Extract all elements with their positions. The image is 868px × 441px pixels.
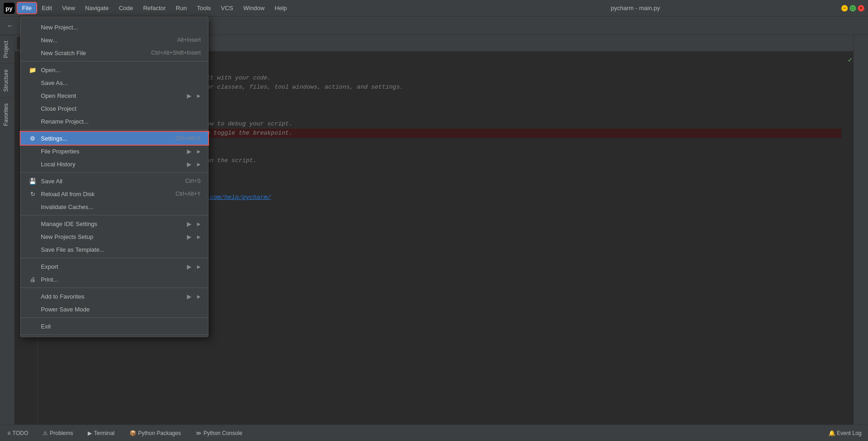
save-as-item[interactable]: Save As... bbox=[21, 76, 208, 89]
file-properties-label: File Properties bbox=[41, 148, 181, 155]
print-label: Print... bbox=[41, 276, 201, 283]
close-project-item[interactable]: Close Project bbox=[21, 102, 208, 115]
file-menu-section-5: Manage IDE Settings ▶ New Projects Setup… bbox=[21, 215, 208, 258]
window-controls: ─ □ × bbox=[841, 5, 864, 11]
favorites-tab[interactable]: Favorites bbox=[0, 97, 14, 131]
save-template-label: Save File as Template... bbox=[41, 246, 201, 253]
menu-window[interactable]: Window bbox=[239, 3, 269, 13]
exit-item[interactable]: Exit bbox=[21, 320, 208, 333]
file-properties-item[interactable]: File Properties ▶ bbox=[21, 145, 208, 158]
export-item[interactable]: Export ▶ bbox=[21, 260, 208, 273]
file-menu-section-7: Add to Favorites ▶ Power Save Mode bbox=[21, 288, 208, 318]
menu-refactor[interactable]: Refactor bbox=[139, 3, 170, 13]
menu-edit[interactable]: Edit bbox=[37, 3, 56, 13]
invalidate-caches-item[interactable]: Invalidate Caches... bbox=[21, 200, 208, 213]
maximize-button[interactable]: □ bbox=[850, 5, 856, 11]
new-item[interactable]: New... Alt+Insert bbox=[21, 34, 208, 46]
python-packages-label: Python Packages bbox=[138, 430, 181, 436]
right-vertical-tabs bbox=[853, 35, 868, 424]
new-projects-arrow: ▶ bbox=[187, 233, 192, 240]
file-props-arrow: ▶ bbox=[187, 148, 192, 155]
save-all-icon: 💾 bbox=[28, 178, 37, 185]
rename-project-item[interactable]: Rename Project... bbox=[21, 115, 208, 128]
settings-item[interactable]: ⚙ Settings... Ctrl+Alt+S bbox=[21, 132, 208, 145]
manage-ide-arrow: ▶ bbox=[187, 220, 192, 227]
menu-view[interactable]: View bbox=[57, 3, 79, 13]
reload-icon: ↻ bbox=[28, 191, 37, 198]
file-menu-section-4: 💾 Save All Ctrl+S ↻ Reload All from Disk… bbox=[21, 173, 208, 215]
new-scratch-label: New Scratch File bbox=[41, 50, 147, 57]
manage-ide-item[interactable]: Manage IDE Settings ▶ bbox=[21, 217, 208, 230]
save-template-item[interactable]: Save File as Template... bbox=[21, 243, 208, 256]
todo-label: TODO bbox=[12, 430, 28, 436]
save-all-label: Save All bbox=[41, 178, 181, 185]
open-recent-label: Open Recent bbox=[41, 92, 181, 99]
add-favorites-item[interactable]: Add to Favorites ▶ bbox=[21, 290, 208, 303]
back-button[interactable]: ← bbox=[4, 19, 17, 32]
problems-tab[interactable]: ⚠ Problems bbox=[39, 428, 77, 438]
menu-help[interactable]: Help bbox=[270, 3, 292, 13]
invalidate-label: Invalidate Caches... bbox=[41, 204, 201, 210]
editor-scrollbar[interactable]: ✓ bbox=[847, 51, 853, 424]
local-history-arrow: ▶ bbox=[187, 161, 192, 168]
open-item[interactable]: 📁 Open... bbox=[21, 63, 208, 76]
manage-ide-label: Manage IDE Settings bbox=[41, 220, 181, 227]
save-as-label: Save As... bbox=[41, 79, 201, 86]
file-menu-section-8: Exit bbox=[21, 318, 208, 335]
menu-code[interactable]: Code bbox=[114, 3, 138, 13]
terminal-icon: ▶ bbox=[88, 430, 92, 436]
add-favorites-label: Add to Favorites bbox=[41, 293, 181, 300]
event-log-item[interactable]: 🔔 Event Log bbox=[826, 429, 864, 437]
export-label: Export bbox=[41, 263, 181, 270]
svg-text:py: py bbox=[6, 5, 13, 12]
new-scratch-shortcut: Ctrl+Alt+Shift+Insert bbox=[151, 50, 201, 56]
new-project-item[interactable]: New Project... bbox=[21, 21, 208, 34]
event-log-icon: 🔔 bbox=[829, 430, 835, 436]
valid-indicator: ✓ bbox=[848, 55, 852, 64]
python-packages-tab[interactable]: 📦 Python Packages bbox=[126, 428, 185, 438]
python-console-tab[interactable]: ≫ Python Console bbox=[192, 428, 246, 438]
file-menu-section-3: ⚙ Settings... Ctrl+Alt+S File Properties… bbox=[21, 130, 208, 173]
structure-tab[interactable]: Structure bbox=[0, 63, 14, 97]
local-history-item[interactable]: Local History ▶ bbox=[21, 158, 208, 170]
open-label: Open... bbox=[41, 67, 201, 74]
close-button[interactable]: × bbox=[858, 5, 864, 11]
save-all-item[interactable]: 💾 Save All Ctrl+S bbox=[21, 175, 208, 187]
minimize-button[interactable]: ─ bbox=[841, 5, 848, 11]
print-item[interactable]: 🖨 Print... bbox=[21, 273, 208, 286]
menu-bar: File Edit View Navigate Code Refactor Ru… bbox=[17, 3, 429, 13]
new-shortcut: Alt+Insert bbox=[177, 37, 201, 43]
menu-tools[interactable]: Tools bbox=[192, 3, 215, 13]
terminal-tab[interactable]: ▶ Terminal bbox=[84, 428, 118, 438]
menu-run[interactable]: Run bbox=[171, 3, 192, 13]
python-console-label: Python Console bbox=[203, 430, 242, 436]
power-save-item[interactable]: Power Save Mode bbox=[21, 303, 208, 316]
problems-label: Problems bbox=[50, 430, 73, 436]
project-tab[interactable]: Project bbox=[0, 35, 14, 63]
problems-icon: ⚠ bbox=[43, 430, 48, 436]
python-packages-icon: 📦 bbox=[130, 430, 136, 436]
todo-tab[interactable]: ≡ TODO bbox=[4, 428, 32, 438]
rename-project-label: Rename Project... bbox=[41, 118, 201, 125]
todo-icon: ≡ bbox=[7, 430, 11, 436]
open-recent-item[interactable]: Open Recent ▶ bbox=[21, 89, 208, 102]
print-icon: 🖨 bbox=[28, 276, 37, 283]
new-projects-label: New Projects Setup bbox=[41, 233, 181, 240]
settings-label: Settings... bbox=[41, 135, 172, 142]
new-project-label: New Project... bbox=[41, 24, 201, 31]
menu-vcs[interactable]: VCS bbox=[216, 3, 238, 13]
python-console-icon: ≫ bbox=[196, 430, 202, 436]
new-scratch-item[interactable]: New Scratch File Ctrl+Alt+Shift+Insert bbox=[21, 46, 208, 59]
open-recent-arrow: ▶ bbox=[187, 92, 192, 99]
window-title: pycharm - main.py bbox=[429, 5, 841, 11]
reload-disk-item[interactable]: ↻ Reload All from Disk Ctrl+Alt+Y bbox=[21, 187, 208, 200]
terminal-label: Terminal bbox=[94, 430, 114, 436]
menu-file[interactable]: File bbox=[17, 3, 36, 13]
file-menu-section-1: New Project... New... Alt+Insert New Scr… bbox=[21, 19, 208, 62]
reload-shortcut: Ctrl+Alt+Y bbox=[175, 191, 201, 197]
menu-navigate[interactable]: Navigate bbox=[80, 3, 113, 13]
new-projects-setup-item[interactable]: New Projects Setup ▶ bbox=[21, 230, 208, 243]
event-log-label: Event Log bbox=[837, 430, 862, 436]
save-all-shortcut: Ctrl+S bbox=[185, 178, 201, 184]
file-menu-section-6: Export ▶ 🖨 Print... bbox=[21, 258, 208, 288]
